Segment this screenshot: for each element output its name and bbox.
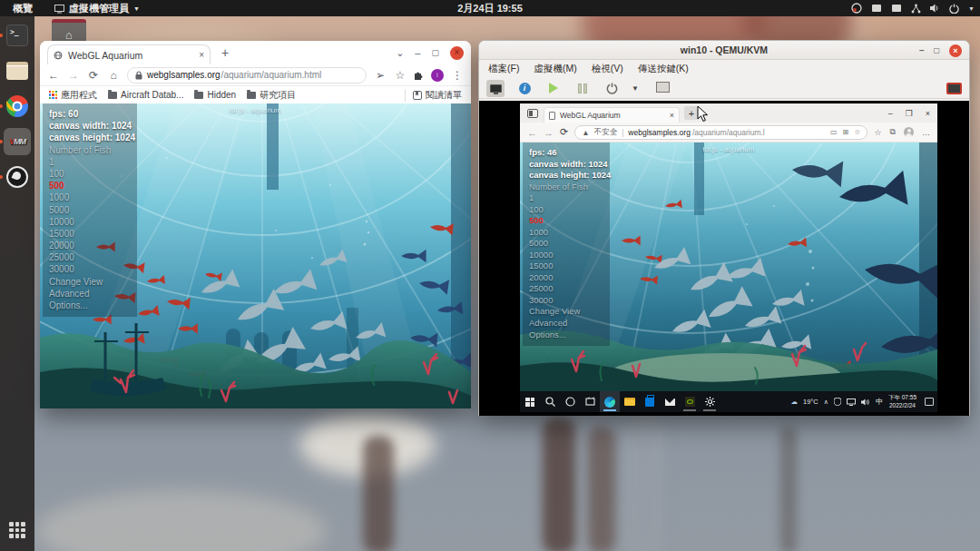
bookmark-star-icon[interactable]: ☆ xyxy=(394,69,407,82)
send-icon[interactable]: ➢ xyxy=(374,69,387,82)
menu-send-key[interactable]: 傳送按鍵(K) xyxy=(638,63,689,75)
dock-files[interactable] xyxy=(4,57,31,84)
maximize-button[interactable]: ▢ xyxy=(933,46,940,54)
volume-tray-icon[interactable] xyxy=(930,4,940,13)
tab-actions-icon[interactable] xyxy=(527,109,538,118)
fish-count-option-selected[interactable]: 500 xyxy=(529,215,603,227)
fish-count-option[interactable]: 25000 xyxy=(529,283,603,295)
obs-tray-icon[interactable] xyxy=(851,3,862,14)
weather-icon[interactable]: ☁ xyxy=(791,398,799,406)
vm-display-area[interactable]: WebGL Aquarium × + – ❐ × ← → ⟳ ▲ 不安全 | xyxy=(479,101,969,416)
edge-menu-icon[interactable]: … xyxy=(922,128,930,137)
change-view-option[interactable]: Change View xyxy=(529,306,603,318)
address-bar[interactable]: ▲ 不安全 | webglsamples.org/aquarium/aquari… xyxy=(574,125,867,140)
fish-count-option[interactable]: 15000 xyxy=(529,261,603,272)
tab-close-icon[interactable]: × xyxy=(670,111,674,120)
network-icon[interactable] xyxy=(847,398,856,406)
fish-count-option[interactable]: 1000 xyxy=(49,192,131,203)
extension-icon[interactable] xyxy=(414,70,424,80)
network-tray-icon[interactable] xyxy=(911,4,921,14)
fish-count-option[interactable]: 1 xyxy=(529,192,603,204)
aquarium-canvas[interactable]: tdl.js - aquarium fps: 46 canvas width: … xyxy=(520,143,937,391)
favorites-icon[interactable]: ☆ xyxy=(874,128,881,137)
cortana-button[interactable] xyxy=(560,391,580,412)
fish-count-option[interactable]: 30000 xyxy=(529,295,603,307)
search-button[interactable] xyxy=(540,391,560,412)
bookmark-folder[interactable]: Hidden xyxy=(194,90,236,100)
task-view-button[interactable] xyxy=(580,391,600,412)
chrome-menu-icon[interactable]: ⋮ xyxy=(451,69,464,82)
minimize-button[interactable]: – xyxy=(919,45,925,55)
dock-virt-manager[interactable]: VVMMMM xyxy=(4,128,31,155)
clock[interactable]: 2月24日 19:55 xyxy=(457,2,523,15)
virtual-displays-button[interactable] xyxy=(655,80,673,97)
restore-button[interactable]: ❐ xyxy=(906,109,913,118)
pause-button[interactable] xyxy=(573,80,592,97)
minimize-button[interactable]: – xyxy=(415,47,420,58)
address-bar[interactable]: webglsamples.org/aquarium/aquarium.html xyxy=(127,67,367,84)
volume-icon[interactable] xyxy=(861,398,870,406)
fish-count-option[interactable]: 5000 xyxy=(529,238,603,250)
bookmark-folder[interactable]: Aircraft Datab... xyxy=(108,90,183,100)
maximize-button[interactable]: ▢ xyxy=(431,48,439,57)
reload-icon[interactable]: ⟳ xyxy=(560,126,568,138)
fish-count-option[interactable]: 15000 xyxy=(49,228,131,240)
advanced-option[interactable]: Advanced xyxy=(49,288,131,300)
bookmark-folder[interactable]: 研究項目 xyxy=(247,89,296,102)
console-view-button[interactable] xyxy=(486,80,505,97)
fish-count-option[interactable]: 20000 xyxy=(49,240,131,251)
taskbar-edge-button[interactable] xyxy=(600,391,620,412)
dock-obs[interactable] xyxy=(4,163,31,191)
app-menu-button[interactable]: 虛擬機管理員 ▼ xyxy=(45,2,149,15)
fish-count-option[interactable]: 100 xyxy=(529,204,603,216)
taskbar-explorer-button[interactable] xyxy=(620,391,640,412)
advanced-option[interactable]: Advanced xyxy=(529,318,603,330)
taskbar-settings-button[interactable] xyxy=(700,391,720,412)
back-icon[interactable]: ← xyxy=(527,127,537,138)
fish-count-option[interactable]: 10000 xyxy=(49,216,131,228)
fish-count-option-selected[interactable]: 500 xyxy=(49,180,131,192)
add-favorite-icon[interactable]: ☆ xyxy=(854,128,860,136)
fish-count-option[interactable]: 5000 xyxy=(49,204,131,216)
change-view-option[interactable]: Change View xyxy=(49,276,131,288)
profile-avatar[interactable] xyxy=(904,127,914,137)
security-shield-icon[interactable] xyxy=(834,398,841,406)
fullscreen-button[interactable] xyxy=(946,83,962,94)
close-button[interactable]: × xyxy=(926,109,930,118)
back-icon[interactable]: ← xyxy=(47,69,60,82)
tab-close-icon[interactable]: × xyxy=(199,50,204,60)
menu-file[interactable]: 檔案(F) xyxy=(488,63,519,75)
weather-temp[interactable]: 19°C xyxy=(803,398,818,406)
fish-count-option[interactable]: 1 xyxy=(49,156,131,168)
vm-details-button[interactable]: i xyxy=(515,80,534,97)
collections-icon[interactable]: ⧉ xyxy=(890,127,896,137)
menu-virtual-machine[interactable]: 虛擬機(M) xyxy=(534,63,576,75)
options-option[interactable]: Options... xyxy=(529,330,603,341)
media-control-icon[interactable]: ▭ xyxy=(830,128,838,136)
ime-indicator[interactable]: 中 xyxy=(876,397,883,407)
fish-count-option[interactable]: 10000 xyxy=(529,250,603,261)
display-tray-icon[interactable] xyxy=(871,4,882,13)
tab-search-chevron-icon[interactable]: ⌄ xyxy=(396,47,404,59)
dock-terminal[interactable]: >_ xyxy=(4,22,31,49)
power-tray-icon[interactable] xyxy=(949,4,959,14)
fish-count-option[interactable]: 25000 xyxy=(49,251,131,263)
dock-chrome[interactable] xyxy=(4,93,31,120)
fish-count-option[interactable]: 30000 xyxy=(49,263,131,275)
forward-icon[interactable]: → xyxy=(544,127,554,138)
action-center-button[interactable] xyxy=(925,398,934,406)
new-tab-button[interactable]: + xyxy=(216,44,234,62)
shutdown-button[interactable] xyxy=(603,80,621,97)
menu-view[interactable]: 檢視(V) xyxy=(592,63,623,75)
forward-icon[interactable]: → xyxy=(67,69,80,82)
taskbar-mail-button[interactable] xyxy=(660,391,680,412)
close-button[interactable]: × xyxy=(450,46,464,60)
edge-tab[interactable]: WebGL Aquarium × xyxy=(544,107,680,123)
hidden-icons-chevron[interactable]: ∧ xyxy=(824,398,828,406)
reload-icon[interactable]: ⟳ xyxy=(87,69,100,82)
apps-grid-icon[interactable]: ⊞ xyxy=(843,128,849,136)
fish-count-option[interactable]: 20000 xyxy=(529,272,603,284)
home-icon[interactable]: ⌂ xyxy=(107,69,120,82)
start-button[interactable] xyxy=(520,391,540,412)
tray-chevron-icon[interactable]: ▼ xyxy=(968,5,975,12)
